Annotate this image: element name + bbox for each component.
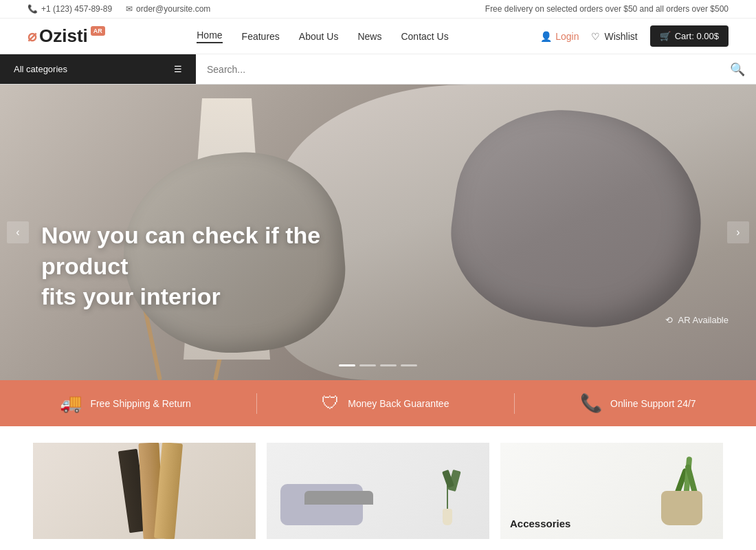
- money-back-icon: 🛡: [322, 393, 340, 414]
- email-address: order@yoursite.com: [136, 4, 210, 14]
- hero-dot-4[interactable]: [401, 364, 417, 366]
- sofa-display: [267, 443, 489, 539]
- wishlist-button[interactable]: ♡ Wishlist: [591, 31, 637, 42]
- login-button[interactable]: 👤 Login: [540, 31, 579, 42]
- logo-text: Ozisti: [39, 25, 88, 47]
- shipping-label: Free Shipping & Return: [90, 398, 190, 409]
- nav-home[interactable]: Home: [197, 30, 222, 43]
- logo[interactable]: ⌀ Ozisti AR: [27, 25, 105, 47]
- hero-dot-3[interactable]: [380, 364, 397, 366]
- header: ⌀ Ozisti AR Home Features About Us News …: [0, 19, 756, 54]
- hero-headline-line1: Now you can check if the product: [41, 222, 320, 278]
- shipping-icon: 🚚: [60, 393, 82, 414]
- ar-badge: AR: [91, 26, 105, 36]
- sofa-back: [304, 491, 373, 505]
- login-icon: 👤: [540, 31, 552, 42]
- login-label: Login: [555, 31, 579, 42]
- nav-about[interactable]: About Us: [299, 31, 339, 42]
- hero-headline-line2: fits your interior: [41, 283, 221, 309]
- support-label: Online Support 24/7: [610, 398, 696, 409]
- top-bar-left: 📞 +1 (123) 457-89-89 ✉ order@yoursite.co…: [27, 4, 210, 14]
- support-icon: 📞: [580, 393, 602, 414]
- feature-shipping: 🚚 Free Shipping & Return: [60, 393, 190, 414]
- product-card-1[interactable]: [33, 443, 256, 539]
- menu-icon: ☰: [174, 64, 182, 74]
- aloe-pot: [661, 491, 702, 525]
- feature-divider-1: [256, 393, 257, 414]
- sofa-shape: [280, 484, 363, 525]
- vase-body: [443, 509, 452, 525]
- ar-available-badge: ⟲ AR Available: [665, 315, 729, 325]
- hero-text: Now you can check if the product fits yo…: [41, 220, 385, 311]
- product-label-accessories: Accessories: [510, 518, 570, 529]
- promo-text: Free delivery on selected orders over $5…: [485, 4, 729, 14]
- cart-label: Cart: 0.00$: [675, 31, 719, 41]
- nav-features[interactable]: Features: [242, 31, 280, 42]
- search-input[interactable]: [207, 64, 730, 75]
- search-bar: All categories ☰ 🔍: [0, 54, 756, 85]
- hero-dot-2[interactable]: [359, 364, 376, 366]
- cart-icon: 🛒: [660, 31, 671, 41]
- search-icon[interactable]: 🔍: [730, 62, 745, 77]
- phone-number: +1 (123) 457-89-89: [41, 4, 112, 14]
- all-categories-button[interactable]: All categories ☰: [0, 54, 196, 84]
- main-nav: Home Features About Us News Contact Us: [197, 30, 448, 43]
- product-grid: Accessories: [0, 426, 756, 550]
- nav-contact[interactable]: Contact Us: [401, 31, 448, 42]
- accessories-display: Accessories: [500, 443, 723, 539]
- hero-section: Now you can check if the product fits yo…: [0, 85, 756, 380]
- product-card-3[interactable]: Accessories: [500, 443, 723, 539]
- email-icon: ✉: [126, 4, 133, 14]
- search-input-wrap: 🔍: [196, 62, 756, 77]
- cart-button[interactable]: 🛒 Cart: 0.00$: [650, 25, 729, 47]
- feature-money-back: 🛡 Money Back Guarantee: [322, 393, 449, 414]
- phone-icon: 📞: [27, 4, 38, 14]
- hero-next-button[interactable]: ›: [727, 221, 749, 243]
- logo-icon: ⌀: [27, 28, 36, 45]
- feature-support: 📞 Online Support 24/7: [580, 393, 696, 414]
- ar-icon: ⟲: [665, 315, 673, 325]
- hero-headline: Now you can check if the product fits yo…: [41, 220, 385, 311]
- wishlist-label: Wishlist: [604, 31, 637, 42]
- money-back-label: Money Back Guarantee: [348, 398, 449, 409]
- phone-info: 📞 +1 (123) 457-89-89: [27, 4, 112, 14]
- header-actions: 👤 Login ♡ Wishlist 🛒 Cart: 0.00$: [540, 25, 729, 47]
- feature-divider-2: [514, 393, 515, 414]
- hero-dots: [339, 364, 417, 366]
- feature-strip: 🚚 Free Shipping & Return 🛡 Money Back Gu…: [0, 380, 756, 426]
- hero-dot-1[interactable]: [339, 364, 355, 366]
- top-bar: 📞 +1 (123) 457-89-89 ✉ order@yoursite.co…: [0, 0, 756, 19]
- email-info: ✉ order@yoursite.com: [126, 4, 210, 14]
- hero-prev-button[interactable]: ‹: [7, 221, 29, 243]
- product-card-2[interactable]: [267, 443, 489, 539]
- heart-icon: ♡: [591, 31, 600, 42]
- all-categories-label: All categories: [14, 64, 67, 74]
- nav-news[interactable]: News: [357, 31, 381, 42]
- ar-label: AR Available: [678, 315, 729, 325]
